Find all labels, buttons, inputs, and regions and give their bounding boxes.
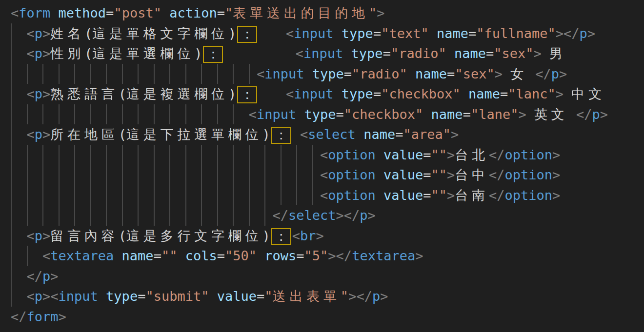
tag-name: p	[360, 208, 367, 223]
alignment-gap	[258, 94, 286, 98]
text-cjk: 這是複選欄位	[126, 86, 228, 101]
tag-punctuation: <	[27, 228, 35, 243]
indent-guides	[11, 84, 27, 104]
attribute-value: ""	[431, 147, 447, 162]
tag-punctuation: >	[380, 289, 388, 304]
tag-punctuation: >	[447, 167, 455, 182]
text	[257, 248, 264, 263]
tag-name: textarea	[352, 248, 415, 263]
unicode-highlight-box: ：	[237, 26, 257, 43]
equals-sign: =	[257, 289, 264, 304]
attribute-value: "checkbox"	[381, 86, 461, 101]
text	[376, 167, 383, 182]
attribute-value: "lane"	[471, 107, 519, 122]
tag-name: input	[264, 66, 304, 81]
attribute-name: type	[312, 66, 344, 81]
text-cjk: 女	[510, 66, 527, 81]
tag-punctuation: >	[42, 26, 50, 41]
tag-name: input	[294, 86, 333, 101]
equals-sign: =	[395, 127, 403, 142]
attribute-value: "post"	[114, 5, 161, 20]
tag-name: p	[551, 66, 559, 81]
equals-sign: =	[423, 188, 431, 203]
tag-punctuation: <	[27, 289, 35, 304]
attribute-name: value	[217, 289, 257, 304]
attribute-value-cjk: 送出表單	[273, 289, 341, 304]
indent-guides	[11, 23, 27, 44]
tag-name: p	[35, 26, 42, 41]
text-cjk: 中文	[571, 86, 605, 101]
indent-guides	[11, 145, 320, 165]
text: (	[84, 26, 92, 41]
attribute-value-cjk: 表單送出的目的地	[233, 5, 369, 20]
attribute-value: "sex"	[455, 66, 494, 81]
tag-name: p	[592, 107, 600, 122]
alignment-gap	[292, 134, 300, 139]
tag-punctuation: >	[415, 248, 423, 263]
tag-name: option	[328, 188, 376, 203]
attribute-value: "	[341, 289, 348, 304]
tag-punctuation: </	[564, 26, 580, 41]
tag-name: input	[303, 46, 343, 61]
code-line: <input type="checkbox" name="lane"> 英文 <…	[11, 104, 644, 125]
text	[526, 107, 534, 122]
text	[334, 86, 342, 101]
code-line: <input type="radio" name="sex"> 女 </p>	[11, 64, 644, 84]
tag-punctuation: >	[552, 188, 560, 203]
text: )	[228, 26, 236, 41]
text-cjk: 姓名	[50, 26, 84, 41]
text	[114, 248, 121, 263]
attribute-name: name	[431, 107, 463, 122]
tag-punctuation: <	[42, 248, 50, 263]
code-line: <option value="">台南</option>	[11, 185, 644, 206]
text	[161, 5, 169, 20]
equals-sign: =	[500, 86, 508, 101]
text	[461, 86, 468, 101]
tag-punctuation: <	[50, 289, 58, 304]
text-cjk: 台北	[455, 147, 489, 162]
indent-guides	[11, 165, 320, 185]
attribute-name: type	[106, 289, 138, 304]
tag-punctuation: >	[495, 66, 503, 81]
tag-punctuation: >	[600, 107, 608, 122]
tag-punctuation: <	[27, 46, 35, 61]
text	[407, 66, 415, 81]
equals-sign: =	[423, 147, 431, 162]
tag-punctuation: </	[336, 248, 352, 263]
attribute-value: "radio"	[391, 46, 446, 61]
attribute-name: name	[415, 66, 447, 81]
tag-punctuation: <	[27, 127, 35, 142]
tag-punctuation: >	[447, 147, 455, 162]
tag-punctuation: >	[556, 26, 564, 41]
tag-punctuation: >	[559, 66, 567, 81]
equals-sign: =	[336, 107, 344, 122]
attribute-value: "area"	[403, 127, 451, 142]
tag-punctuation: >	[42, 289, 50, 304]
tag-punctuation: </	[535, 66, 551, 81]
unicode-highlight-box: ：	[271, 127, 291, 144]
text: )	[262, 127, 270, 142]
indent-guides	[11, 124, 27, 145]
attribute-name: cols	[185, 248, 217, 263]
tag-punctuation: >	[556, 86, 564, 101]
equals-sign: =	[486, 46, 494, 61]
attribute-value: "50"	[225, 248, 257, 263]
equals-sign: =	[217, 5, 225, 20]
tag-punctuation: >	[534, 46, 542, 61]
tag-punctuation: </	[11, 309, 27, 324]
code-editor[interactable]: <form method="post" action="表單送出的目的地"><p…	[0, 0, 644, 332]
tag-name: p	[35, 127, 42, 142]
tag-punctuation: >	[42, 46, 50, 61]
tag-name: select	[288, 208, 336, 223]
tag-name: p	[35, 46, 42, 61]
text	[98, 289, 106, 304]
equals-sign: =	[154, 248, 161, 263]
tag-name: p	[42, 269, 50, 284]
equals-sign: =	[383, 46, 391, 61]
tag-punctuation: <	[286, 86, 294, 101]
tag-punctuation: <	[320, 188, 328, 203]
tag-name: form	[19, 5, 50, 20]
indent-guides	[11, 205, 272, 226]
equals-sign: =	[447, 66, 455, 81]
text	[446, 46, 454, 61]
